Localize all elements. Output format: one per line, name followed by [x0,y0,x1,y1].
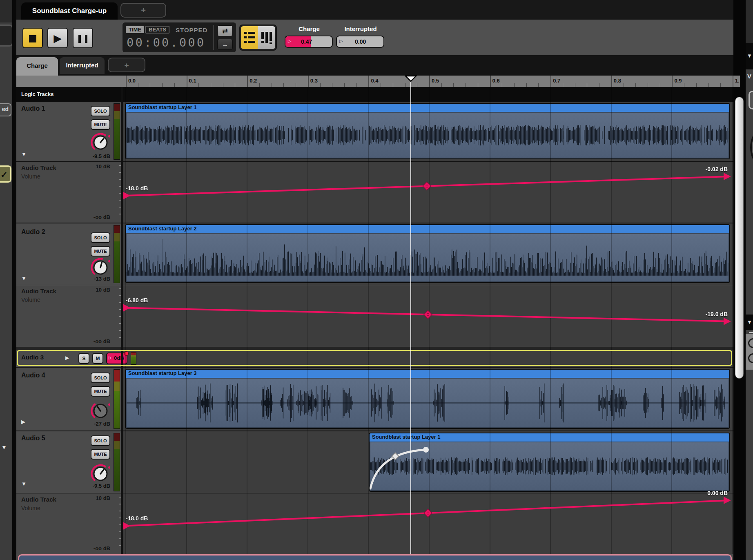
play-button[interactable]: ▶ [47,28,68,48]
ruler-minor-tick [466,83,466,87]
lanes-view-button[interactable] [258,26,275,49]
solo-button-audio3[interactable]: S [78,353,89,364]
left-clipped-tab[interactable] [0,25,13,47]
ruler-major-tick [490,76,491,87]
bottom-clipped-row[interactable] [18,554,732,560]
mute-button-audio5[interactable]: MUTE [91,449,110,460]
mute-button-audio3[interactable]: M [92,353,103,364]
new-window-tab-button[interactable]: + [120,3,166,18]
ruler-label: 0.1 [189,78,196,84]
automation-end-value-3: 0.00 dB [707,490,728,496]
solo-button-audio1[interactable]: SOLO [91,106,110,116]
automation-title-3: Audio Track [21,496,56,503]
volume-knob-audio1[interactable] [91,132,110,152]
routing-icon[interactable] [748,353,753,363]
pause-button[interactable] [73,28,93,48]
collapse-expander-audio2[interactable]: ▼ [21,276,27,281]
tab-interrupted[interactable]: Interrupted [60,57,105,74]
automation-top-label-2: 10 dB [69,287,110,293]
ruler-label: 0.2 [250,78,257,84]
automation-bottom-label-2: -oo dB [69,338,110,344]
automation-curve-3[interactable] [123,493,732,554]
ruler-minor-tick [648,83,648,87]
level-meter-audio1 [114,103,120,160]
loop-mode-button[interactable]: ⇄ [217,25,233,36]
ruler-minor-tick [696,83,697,87]
gain-badge-audio3[interactable]: ▷ 0dB [106,353,127,364]
collapse-expander-audio1[interactable]: ▼ [21,152,27,157]
param-charge-slider[interactable]: ▷ 0.47 [285,36,333,48]
ruler-label: 0.9 [674,78,682,84]
ruler-minor-tick [393,83,393,87]
clip-audio4[interactable]: Soundblast startup Layer 3 [125,369,730,429]
ruler-minor-tick [162,83,163,87]
solo-button-audio4[interactable]: SOLO [91,373,110,383]
solo-button-audio2[interactable]: SOLO [91,232,110,243]
automation-title-2: Audio Track [21,288,56,295]
solo-button-audio5[interactable]: SOLO [91,435,110,446]
ruler-minor-tick [575,83,575,87]
volume-knob-audio2[interactable] [91,257,110,277]
arrow-right-icon: → [222,41,228,48]
time-mode-toggle[interactable]: TIME [126,26,144,33]
track-name-audio1: Audio 1 [21,105,45,112]
left-checkbox[interactable]: ✓ [0,165,11,183]
tab-charge[interactable]: Charge [16,57,58,76]
fade-curve-end-handle [423,447,429,453]
event-window-tab[interactable]: Soundblast Charge-up [21,2,118,20]
param-cursor-icon: ▷ [288,38,291,44]
collapse-expander-audio5[interactable]: ▼ [21,481,27,486]
right-panel-top-shade [746,0,753,43]
left-divider [12,0,16,560]
ruler-major-tick [126,76,127,87]
chevron-down-icon[interactable]: ▼ [747,53,752,58]
automation-subtitle-1: Volume [21,173,40,180]
playhead-marker[interactable] [405,75,417,82]
event-window-tab-label: Soundblast Charge-up [32,7,107,15]
automation-curve-2[interactable] [123,285,732,347]
collapse-expander-audio4[interactable]: ▶ [21,419,25,424]
automation-start-value-2: -6.80 dB [126,297,148,303]
knob-value-audio4: -27 dB [74,421,110,427]
right-clipped-label: V [747,73,751,80]
volume-knob-audio5[interactable] [91,463,110,484]
clip-indicator-dot [124,351,129,356]
fade-in-curve[interactable] [370,442,729,491]
volume-knob-audio4[interactable] [91,400,110,421]
chevron-down-icon[interactable]: ▼ [747,319,752,325]
clip-audio2[interactable]: Soundblast startup Layer 2 [125,224,730,283]
stop-button[interactable] [22,28,43,48]
left-clipped-button[interactable]: ed [0,103,11,116]
left-collapse-icon[interactable]: ▼ [1,444,7,450]
mute-button-audio1[interactable]: MUTE [91,119,110,130]
mute-button-audio4[interactable]: MUTE [91,386,110,397]
timecode-display: 00:00.000 [127,36,205,49]
param-charge-value: 0.47 [301,38,312,45]
beats-mode-toggle[interactable]: BEATS [145,26,169,33]
routing-icon[interactable] [748,338,753,348]
expand-expander-audio3[interactable]: ▶ [65,355,69,360]
automation-curve-1[interactable] [123,162,732,223]
checkmark-icon: ✓ [0,170,8,179]
track-name-audio2: Audio 2 [21,228,45,236]
playhead-line[interactable] [410,82,411,554]
right-clipped-button[interactable] [749,91,753,109]
new-event-tab-button[interactable]: + [108,58,145,72]
tracks-view-button[interactable] [241,26,258,49]
ruler-minor-tick [223,83,223,87]
track-row-audio3[interactable]: Audio 3 ▶ S M ▷ 0dB [16,350,733,367]
oneshot-mode-button[interactable]: → [217,39,233,50]
left-panel-top-shade [0,0,12,22]
timeline-ruler[interactable]: 0.00.10.20.30.40.50.60.70.80.91. [16,76,740,87]
right-deck-divider [749,332,753,333]
ruler-minor-tick [599,83,599,87]
clip-audio5[interactable]: Soundblast startup Layer 1 [369,433,730,492]
param-interrupted-value: 0.00 [355,38,366,45]
ruler-minor-tick [405,83,405,87]
clip-audio1[interactable]: Soundblast startup Layer 1 [125,103,730,159]
param-charge-label: Charge [285,25,334,32]
mute-button-audio2[interactable]: MUTE [91,246,110,257]
vertical-scrollbar-thumb[interactable] [735,97,744,379]
plus-icon: + [124,61,129,69]
param-interrupted-slider[interactable]: ▷ 0.00 [336,36,384,48]
